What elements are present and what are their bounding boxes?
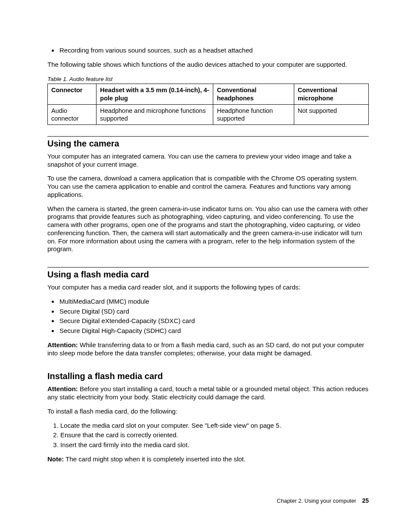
table-caption: Table 1. Audio feature list [47,76,369,83]
heading-using-flash: Using a flash media card [47,269,369,280]
table-cell: Audio connector [48,104,97,124]
card-types-list: MultiMediaCard (MMC) module Secure Digit… [47,298,369,335]
audio-feature-table: Connector Headset with a 3.5 mm (0.14-in… [47,84,369,125]
list-item: Secure Digital High-Capacity (SDHC) card [59,327,369,335]
table-header-cell: Headset with a 3.5 mm (0.14-inch), 4-pol… [97,84,213,104]
section-rule [47,267,369,268]
heading-using-camera: Using the camera [47,138,369,149]
table-header-row: Connector Headset with a 3.5 mm (0.14-in… [48,84,369,104]
flash-intro: Your computer has a media card reader sl… [47,283,369,292]
attention-label: Attention: [47,341,78,348]
intro-bullet-list: Recording from various sound sources, su… [47,47,369,55]
list-item: Secure Digital (SD) card [59,308,369,316]
table-header-cell: Conventional microphone [294,84,368,104]
table-row: Audio connector Headphone and microphone… [48,104,369,124]
attention-label: Attention: [47,385,78,392]
section-rule [47,136,369,137]
install-attention: Attention: Before you start installing a… [47,385,369,401]
page-footer: Chapter 2. Using your computer 25 [277,497,369,505]
table-cell: Headphone and microphone functions suppo… [97,104,213,124]
table-header-cell: Conventional headphones [213,84,294,104]
document-page: Recording from various sound sources, su… [0,0,411,532]
footer-chapter: Chapter 2. Using your computer [277,498,356,504]
list-item: Insert the card firmly into the media ca… [60,441,369,449]
table-cell: Not supported [294,104,368,124]
camera-paragraph: To use the camera, download a camera app… [47,174,369,199]
heading-installing-flash: Installing a flash media card [47,371,369,382]
camera-paragraph: Your computer has an integrated camera. … [47,152,369,169]
attention-text: While transferring data to or from a fla… [47,341,364,357]
intro-paragraph: The following table shows which function… [47,61,369,69]
flash-attention: Attention: While transferring data to or… [47,341,369,358]
attention-text: Before you start installing a card, touc… [47,385,368,401]
camera-paragraph: When the camera is started, the green ca… [47,205,369,254]
table-cell: Headphone function supported [213,104,294,124]
list-item: MultiMediaCard (MMC) module [59,298,369,306]
intro-bullet-item: Recording from various sound sources, su… [59,47,369,55]
install-note: Note: The card might stop when it is com… [47,455,369,464]
install-steps: Locate the media card slot on your compu… [47,422,369,449]
note-text: The card might stop when it is completel… [64,455,246,463]
list-item: Locate the media card slot on your compu… [60,422,369,430]
note-label: Note: [47,455,64,463]
table-header-cell: Connector [48,84,97,104]
footer-page-number: 25 [362,497,369,504]
list-item: Ensure that the card is correctly orient… [60,431,369,439]
install-lead: To install a flash media card, do the fo… [47,408,369,416]
list-item: Secure Digital eXtended-Capacity (SDXC) … [59,317,369,325]
